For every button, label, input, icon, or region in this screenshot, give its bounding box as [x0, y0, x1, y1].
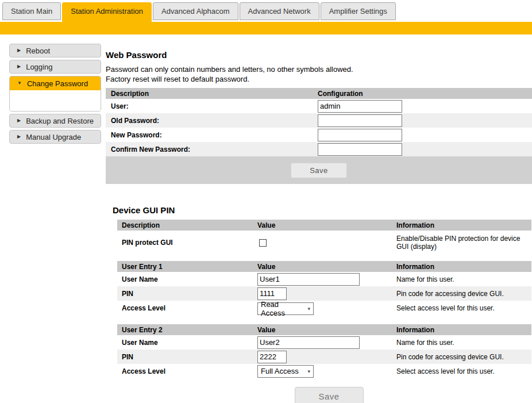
new-password-input[interactable] [318, 129, 402, 141]
table-row: PIN Pin code for accessing device GUI. [117, 286, 531, 301]
table-row: PIN Pin code for accessing device GUI. [117, 350, 531, 364]
user2-access-level-select[interactable]: Full Access ▾ [257, 365, 314, 378]
web-password-title: Web Password [106, 50, 532, 60]
column-header-information: Information [396, 221, 531, 229]
user-entry-2-table: User Entry 2 Value Information User Name… [117, 324, 531, 378]
table-row: User: [106, 99, 532, 113]
row-label-user-name: User Name [117, 339, 257, 347]
sidebar-item-label: Manual Upgrade [26, 133, 81, 141]
table-row: New Password: [106, 128, 532, 142]
row-label-old-password: Old Password: [106, 117, 318, 125]
confirm-new-password-input[interactable] [318, 143, 402, 156]
sidebar-accordion-change-password: ▼ Change Password [9, 76, 101, 112]
row-label-new-password: New Password: [106, 131, 318, 139]
user1-name-input[interactable] [257, 273, 360, 286]
chevron-right-icon: ▶ [17, 118, 21, 123]
chevron-down-icon: ▾ [307, 369, 310, 374]
chevron-right-icon: ▶ [17, 135, 21, 139]
sidebar: ▶ Reboot ▶ Logging ▼ Change Password ▶ B… [9, 44, 101, 146]
selected-option: Full Access [261, 367, 299, 375]
note-line-2: Factory reset will reset to default pass… [106, 75, 249, 83]
row-info: Select access level for this user. [396, 367, 531, 375]
sidebar-item-manual-upgrade[interactable]: ▶ Manual Upgrade [9, 130, 101, 144]
tab-bar: Station Main Station Administration Adva… [0, 0, 532, 20]
row-label-pin: PIN [117, 290, 257, 298]
sidebar-item-change-password[interactable]: ▼ Change Password [10, 76, 101, 90]
sidebar-item-label: Change Password [27, 79, 88, 88]
tab-station-administration[interactable]: Station Administration [62, 2, 152, 22]
pin-protect-info: Enable/Disable PIN protection for device… [396, 235, 531, 251]
sidebar-item-backup-and-restore[interactable]: ▶ Backup and Restore [9, 114, 101, 128]
selected-option: Read Access [261, 300, 304, 317]
user1-access-level-select[interactable]: Read Access ▾ [257, 302, 314, 315]
table-row: PIN protect GUI Enable/Disable PIN prote… [117, 231, 531, 255]
column-header-value: Value [257, 326, 396, 334]
column-header-description: Description [106, 90, 318, 98]
column-header-information: Information [396, 326, 531, 334]
row-info: Name for this user. [396, 275, 531, 283]
row-label-access-level: Access Level [117, 304, 257, 312]
table-header-row: User Entry 2 Value Information [117, 324, 531, 335]
row-label-pin-protect-gui: PIN protect GUI [117, 239, 257, 247]
row-info: Name for this user. [396, 339, 531, 347]
sidebar-item-label: Logging [26, 63, 52, 71]
table-header-row: Description Value Information [117, 220, 531, 231]
row-label-user-name: User Name [117, 275, 257, 283]
row-info: Pin code for accessing device GUI. [396, 353, 531, 361]
pin-protect-table: Description Value Information PIN protec… [117, 220, 531, 255]
column-header-information: Information [396, 263, 531, 271]
row-label-user: User: [106, 102, 318, 110]
tab-station-main[interactable]: Station Main [2, 2, 61, 20]
row-label-access-level: Access Level [117, 367, 257, 375]
table-row: User Name Name for this user. [117, 335, 531, 350]
web-password-table: Description Configuration User: Old Pass… [106, 88, 532, 184]
device-gui-pin-save-button[interactable]: Save [295, 387, 364, 403]
table-row: Old Password: [106, 113, 532, 128]
sidebar-item-logging[interactable]: ▶ Logging [9, 60, 101, 74]
column-header-value: Value [257, 221, 396, 229]
sidebar-accordion-body [10, 90, 101, 111]
user-entry-1-table: User Entry 1 Value Information User Name… [117, 261, 531, 315]
tab-advanced-network[interactable]: Advanced Network [240, 2, 319, 20]
device-gui-pin-section: Device GUI PIN Description Value Informa… [113, 205, 532, 403]
tab-amplifier-settings[interactable]: Amplifier Settings [321, 2, 396, 20]
web-password-save-button[interactable]: Save [291, 163, 347, 178]
row-info: Pin code for accessing device GUI. [396, 290, 531, 298]
web-password-note: Password can only contain numbers and le… [106, 64, 532, 84]
row-info: Select access level for this user. [396, 304, 531, 312]
row-label-confirm-new-password: Confirm New Password: [106, 145, 318, 153]
table-header-row: Description Configuration [106, 88, 532, 99]
user2-name-input[interactable] [257, 336, 360, 349]
header-accent-bar [0, 22, 532, 34]
row-label-pin: PIN [117, 353, 257, 361]
user-input[interactable] [318, 100, 402, 113]
column-header-user-entry-2: User Entry 2 [117, 326, 257, 334]
chevron-right-icon: ▶ [17, 48, 21, 53]
column-header-description: Description [117, 221, 257, 229]
user2-pin-input[interactable] [257, 351, 287, 363]
sidebar-item-reboot[interactable]: ▶ Reboot [9, 44, 101, 57]
main-content: Web Password Password can only contain n… [106, 44, 532, 403]
tab-advanced-alphacom[interactable]: Advanced Alphacom [153, 2, 238, 20]
table-header-row: User Entry 1 Value Information [117, 261, 531, 272]
chevron-down-icon: ▾ [307, 306, 310, 312]
pin-protect-checkbox[interactable] [259, 239, 267, 247]
device-gui-pin-title: Device GUI PIN [113, 205, 532, 215]
sidebar-item-label: Reboot [26, 47, 50, 55]
table-row: Access Level Full Access ▾ Select access… [117, 364, 531, 378]
chevron-down-icon: ▼ [17, 81, 22, 86]
column-header-value: Value [257, 263, 396, 271]
user1-pin-input[interactable] [257, 287, 287, 300]
save-band: Save [106, 156, 532, 184]
chevron-right-icon: ▶ [17, 64, 21, 69]
table-row: Access Level Read Access ▾ Select access… [117, 301, 531, 315]
sidebar-item-label: Backup and Restore [26, 117, 94, 125]
table-row: User Name Name for this user. [117, 272, 531, 286]
old-password-input[interactable] [318, 114, 402, 127]
note-line-1: Password can only contain numbers and le… [106, 65, 353, 74]
column-header-user-entry-1: User Entry 1 [117, 263, 257, 271]
table-row: Confirm New Password: [106, 142, 532, 156]
column-header-configuration: Configuration [318, 90, 532, 98]
